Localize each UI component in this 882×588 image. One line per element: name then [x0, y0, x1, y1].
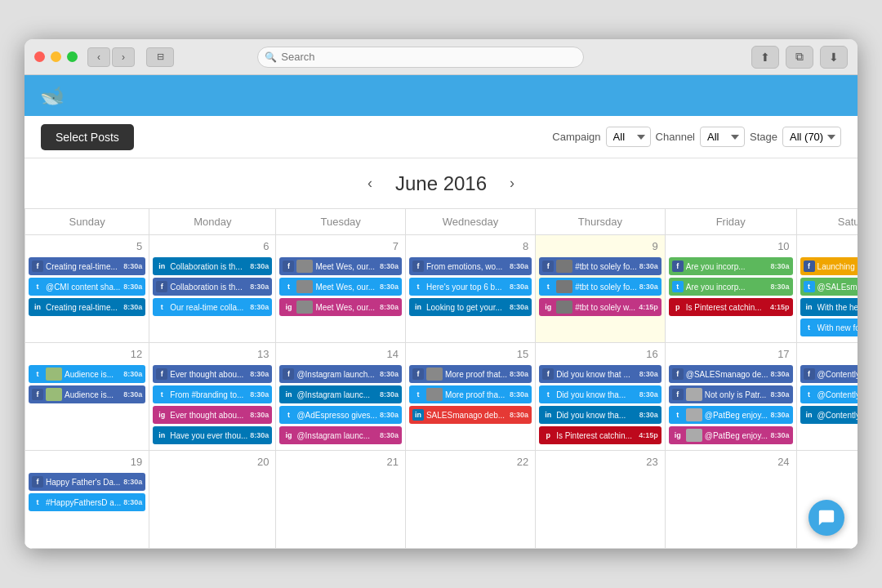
list-item[interactable]: f @SALESmanago de... 8:30a [669, 365, 793, 383]
list-item[interactable]: f Meet Wes, our... 8:30a [279, 257, 402, 275]
list-item[interactable]: in Have you ever thou... 8:30a [153, 426, 272, 444]
copy-button[interactable]: ⧉ [786, 46, 813, 69]
twitter-icon: t [283, 281, 294, 292]
post-thumbnail [686, 429, 702, 442]
list-item[interactable]: ig @PatBeg enjoy... 8:30a [669, 426, 793, 444]
list-item[interactable]: f #tbt to solely fo... 8:30a [539, 257, 662, 275]
cal-cell-jun20: 20 [149, 451, 276, 549]
list-item[interactable]: f From emotions, wo... 8:30a [409, 257, 532, 275]
list-item[interactable]: t @AdEspresso gives... 8:30a [279, 406, 402, 424]
list-item[interactable]: t Meet Wes, our... 8:30a [279, 278, 402, 296]
linkedin-icon: in [412, 301, 424, 313]
list-item[interactable]: t With new formats... 1:30p [800, 318, 858, 336]
cal-cell-jun24: 24 [666, 451, 797, 549]
list-item[interactable]: f Are you incorp... 8:30a [669, 257, 793, 275]
list-item[interactable]: in Collaboration is th... 8:30a [153, 257, 272, 275]
chat-button[interactable] [808, 500, 844, 536]
list-item[interactable]: f Did you know that ... 8:30a [539, 365, 662, 383]
list-item[interactable]: p Is Pinterest catchin... 4:15p [669, 298, 793, 316]
list-item[interactable]: t @CMI content sha... 8:30a [29, 278, 145, 296]
sidebar-toggle-button[interactable]: ⊟ [146, 47, 174, 67]
search-input[interactable] [257, 47, 584, 68]
list-item[interactable]: p Is Pinterest catchin... 4:15p [539, 426, 662, 444]
list-item[interactable]: t Audience is... 8:30a [29, 365, 145, 383]
date-25: 25 [800, 454, 858, 470]
cal-cell-jun17: 17 f @SALESmanago de... 8:30a f Not only… [666, 343, 797, 451]
list-item[interactable]: t @Contently invest... 8:30a [800, 385, 858, 403]
list-item[interactable]: ig @Instagram launc... 8:30a [279, 426, 402, 444]
facebook-icon: f [804, 261, 815, 272]
list-item[interactable]: f More proof that... 8:30a [409, 365, 532, 383]
list-item[interactable]: in SALESmanago deb... 8:30a [409, 406, 532, 424]
date-13: 13 [153, 346, 272, 362]
list-item[interactable]: ig Ever thought abou... 8:30a [153, 406, 272, 424]
twitter-icon: t [156, 389, 167, 400]
date-18: 18 [800, 346, 858, 362]
list-item[interactable]: ig Meet Wes, our... 8:30a [279, 298, 402, 316]
list-item[interactable]: in Looking to get your... 8:30a [409, 298, 532, 316]
pinterest-icon: p [542, 430, 554, 441]
post-thumbnail [296, 301, 313, 314]
twitter-icon: t [542, 281, 554, 292]
twitter-icon: t [32, 497, 43, 508]
prev-month-button[interactable]: ‹ [361, 172, 379, 195]
list-item[interactable]: t @SALEsmanago d... 8:30a [800, 278, 858, 296]
facebook-icon: f [672, 368, 684, 380]
list-item[interactable]: f Ever thought abou... 8:30a [153, 365, 272, 383]
download-button[interactable]: ⬇ [820, 46, 848, 69]
linkedin-icon: in [32, 301, 43, 313]
month-title: June 2016 [395, 172, 487, 195]
select-posts-button[interactable]: Select Posts [41, 124, 134, 150]
date-9: 9 [539, 238, 662, 254]
list-item[interactable]: t @PatBeg enjoy... 8:30a [669, 406, 793, 424]
share-button[interactable]: ⬆ [751, 46, 779, 69]
list-item[interactable]: f Audience is... 8:30a [29, 385, 145, 403]
instagram-icon: ig [283, 301, 294, 313]
next-month-button[interactable]: › [503, 172, 521, 195]
facebook-icon: f [672, 261, 684, 272]
back-button[interactable]: ‹ [87, 47, 110, 67]
list-item[interactable]: t More proof tha... 8:30a [409, 385, 532, 403]
list-item[interactable]: t #HappyFathersD a... 8:30a [29, 493, 145, 511]
list-item[interactable]: t Did you know tha... 8:30a [539, 385, 662, 403]
date-6: 6 [153, 238, 272, 254]
list-item[interactable]: t #tbt to solely fo... 8:30a [539, 278, 662, 296]
post-thumbnail [686, 408, 702, 421]
stage-select[interactable]: All (70) [782, 127, 841, 147]
close-button[interactable] [34, 51, 45, 62]
list-item[interactable]: in Did you know tha... 8:30a [539, 406, 662, 424]
twitter-icon: t [283, 409, 294, 421]
post-thumbnail [46, 368, 62, 381]
cal-cell-jun23: 23 [536, 451, 666, 549]
list-item[interactable]: t Our real-time colla... 8:30a [153, 298, 272, 316]
list-item[interactable]: t Are you incorp... 8:30a [669, 278, 793, 296]
list-item[interactable]: in @Instagram launc... 8:30a [279, 385, 402, 403]
forward-button[interactable]: › [112, 47, 135, 67]
action-buttons: ⬆ ⧉ ⬇ [751, 46, 848, 69]
post-thumbnail [296, 280, 313, 293]
list-item[interactable]: f Not only is Patr... 8:30a [669, 385, 793, 403]
app-window: ‹ › ⊟ 🔍 ⬆ ⧉ ⬇ 🐋 Select Posts Campaign Al… [24, 39, 858, 549]
list-item[interactable]: f @Contently invest... 8:30a [800, 365, 858, 383]
twitter-icon: t [672, 409, 684, 421]
list-item[interactable]: t Here's your top 6 b... 8:30a [409, 278, 532, 296]
campaign-select[interactable]: All [606, 127, 651, 147]
titlebar: ‹ › ⊟ 🔍 ⬆ ⧉ ⬇ [24, 39, 858, 75]
date-22: 22 [409, 454, 532, 470]
list-item[interactable]: in Creating real-time... 8:30a [29, 298, 145, 316]
list-item[interactable]: t From #branding to... 8:30a [153, 385, 272, 403]
list-item[interactable]: f Creating real-time... 8:30a [29, 257, 145, 275]
date-17: 17 [669, 346, 793, 362]
list-item[interactable]: f Collaboration is th... 8:30a [153, 278, 272, 296]
cal-cell-jun16: 16 f Did you know that ... 8:30a t Did y… [536, 343, 666, 451]
minimize-button[interactable] [51, 51, 61, 62]
list-item[interactable]: in With the help of cr... 8:30a [800, 298, 858, 316]
channel-select[interactable]: All [700, 127, 745, 147]
list-item[interactable]: f @Instagram launch... 8:30a [279, 365, 402, 383]
list-item[interactable]: f Launching new fo... 8:30a [800, 257, 858, 275]
list-item[interactable]: in @Contently invest... 8:30a [800, 406, 858, 424]
list-item[interactable]: f Happy Father's Da... 8:30a [29, 473, 145, 491]
maximize-button[interactable] [67, 51, 78, 62]
facebook-icon: f [672, 389, 684, 400]
list-item[interactable]: ig #tbt to solely w... 4:15p [539, 298, 662, 316]
